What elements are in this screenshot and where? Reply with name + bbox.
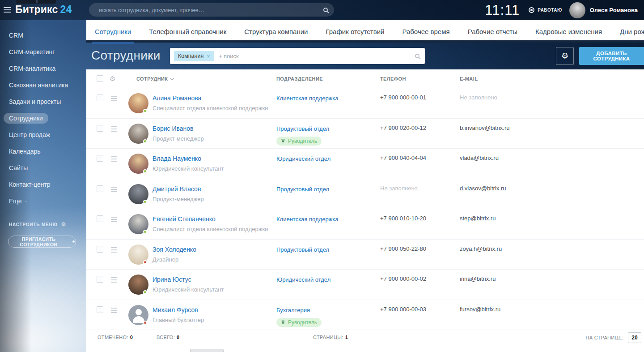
employee-row: Евгений Степанченко Специалист отдела кл… [86,209,644,240]
tab[interactable]: Рабочее время [402,21,449,42]
employee-row: Борис Иванов Продукт-менеджер Продуктовы… [86,119,644,149]
department-link[interactable]: Юридический отдел [276,276,330,283]
employee-cell: Алина Романова Специалист отдела клиентс… [153,94,268,112]
sidebar-item[interactable]: CRM- [0,28,86,43]
department-link[interactable]: Продуктовый отдел [276,186,329,193]
presence-dot [143,139,147,143]
sidebar-item[interactable]: Задачи и проекты- [0,94,86,109]
employee-name-link[interactable]: Борис Иванов [153,125,194,132]
sidebar-item[interactable]: CRM-аналитика- [0,61,86,76]
add-employee-button[interactable]: ДОБАВИТЬ СОТРУДНИКА [579,47,644,65]
tab[interactable]: График отсутствий [326,21,384,42]
logo-24: 24 [60,4,72,15]
favorite-star-icon[interactable]: ☆ [146,51,153,61]
employee-position: Юридический консультант [153,165,224,172]
sidebar-item-label: CRM-аналитика [9,65,55,72]
app-screen: Битрикс24 искать сотрудника, документ, п… [0,0,644,352]
sidebar-item[interactable]: Сотрудники- [0,111,86,126]
column-employee[interactable]: СОТРУДНИК [136,76,174,82]
remove-tag-icon[interactable]: × [207,53,210,60]
employee-name-link[interactable]: Евгений Степанченко [153,215,216,223]
drag-handle-icon[interactable] [111,126,117,132]
sidebar-item-label: CRM [9,32,23,39]
drag-handle-icon[interactable] [111,247,117,253]
drag-handle-icon[interactable] [111,187,117,192]
drag-handle-icon[interactable] [111,308,117,313]
configure-menu-button[interactable]: НАСТРОИТЬ МЕНЮ ⚙ [9,221,86,228]
row-checkbox[interactable] [97,306,103,313]
drag-handle-icon[interactable] [111,156,117,162]
filter-tag-company[interactable]: Компания × [174,51,214,61]
filter-search-input[interactable]: Компания × + поиск [170,48,425,64]
row-checkbox[interactable] [97,155,103,162]
employee-row: Ирина Юстус Юридический консультант Юрид… [86,270,644,300]
sidebar-item[interactable]: Контакт-центр- [0,177,86,192]
drag-handle-icon[interactable] [111,277,117,283]
employee-name-link[interactable]: Зоя Холоденко [153,246,196,253]
column-phone[interactable]: ТЕЛЕФОН [380,76,406,82]
sidebar-item-label: Еще [9,197,22,205]
employee-name-link[interactable]: Михаил Фурсов [153,306,198,313]
employee-row: Алина Романова Специалист отдела клиентс… [86,88,644,119]
employee-name-link[interactable]: Ирина Юстус [153,276,191,283]
tab[interactable]: Дни рождения [620,21,644,42]
department-cell: Юридический отдел [276,155,330,163]
sidebar-item[interactable]: Сайты- [0,160,86,176]
tab-label: Рабочее время [402,28,449,35]
department-cell: Бухгалтерия ♛Руводитель [276,306,322,327]
page-size-selector[interactable]: 20 [628,332,641,343]
row-checkbox[interactable] [97,125,103,132]
department-link[interactable]: Юридический отдел [276,155,330,162]
tab[interactable]: Телефонный справочник [149,21,226,42]
table-rows: Алина Романова Специалист отдела клиентс… [86,88,644,330]
row-checkbox[interactable] [97,276,103,283]
invite-employees-button[interactable]: ПРИГЛАСИТЬ СОТРУДНИКОВ + [8,236,76,248]
tab[interactable]: Кадровые изменения [535,21,602,42]
department-link[interactable]: Продуктовый отдел [276,246,329,253]
chevron-icon: - [25,198,27,205]
row-checkbox[interactable] [97,215,103,222]
tab[interactable]: Сотрудники [95,21,131,42]
user-avatar[interactable] [569,2,585,18]
row-checkbox[interactable] [97,246,103,253]
department-link[interactable]: Клиентская поддержка [276,216,339,223]
sidebar-item[interactable]: Центр продаж- [0,127,86,142]
search-icon[interactable] [323,8,328,12]
employee-name-link[interactable]: Алина Романова [153,94,201,102]
sidebar-item-label: Центр продаж [9,131,50,138]
sidebar-item[interactable]: CRM-маркетинг- [0,44,86,60]
employee-name-link[interactable]: Влада Науменко [153,155,201,162]
email-cell: zoya.h@bitrix.ru [460,245,502,252]
tab-label: Структура компании [244,28,308,35]
employee-name-link[interactable]: Дмитрий Власов [153,185,201,193]
tab[interactable]: Структура компании [244,21,308,42]
sidebar-item[interactable]: Сквозная аналитика- [0,77,86,93]
sidebar-item[interactable]: Еще- [0,193,86,209]
presence-dot [143,200,147,204]
filter-search-icon[interactable] [415,54,419,58]
grid-settings-button[interactable]: ⚙ [556,47,574,65]
drag-handle-icon[interactable] [111,96,117,101]
menu-toggle-icon[interactable] [4,7,11,13]
column-email[interactable]: E-MAIL [460,76,478,82]
department-link[interactable]: Продуктовый отдел [276,125,329,132]
column-settings-icon[interactable]: ⚙ [110,75,115,83]
column-department[interactable]: ПОДРАЗДЕЛЕНИЕ [276,76,323,82]
row-checkbox[interactable] [97,94,103,101]
global-search-input[interactable]: искать сотрудника, документ, прочее… [89,3,334,17]
drag-handle-icon[interactable] [111,217,117,222]
work-status-toggle[interactable]: РАБОТАЮ [529,7,562,13]
tab[interactable]: Рабочие отчеты [468,21,517,42]
employee-row: Зоя Холоденко Дизайнер Продуктовый отдел… [86,240,644,270]
row-checkbox[interactable] [97,185,103,192]
tab-label: Кадровые изменения [535,28,602,35]
select-all-checkbox[interactable] [97,75,103,82]
sidebar-item[interactable]: Календарь- [0,144,86,159]
logo: Битрикс24 [4,4,72,16]
department-link[interactable]: Бухгалтерия [276,307,310,313]
user-menu[interactable]: Олеся Романова [569,2,638,18]
worktime-clock[interactable]: 11:11 [485,2,520,18]
department-link[interactable]: Клиентская поддержка [276,95,339,102]
employee-cell: Ирина Юстус Юридический консультант [153,275,224,293]
phone-cell: +7 900 000-00-03 [380,306,426,313]
